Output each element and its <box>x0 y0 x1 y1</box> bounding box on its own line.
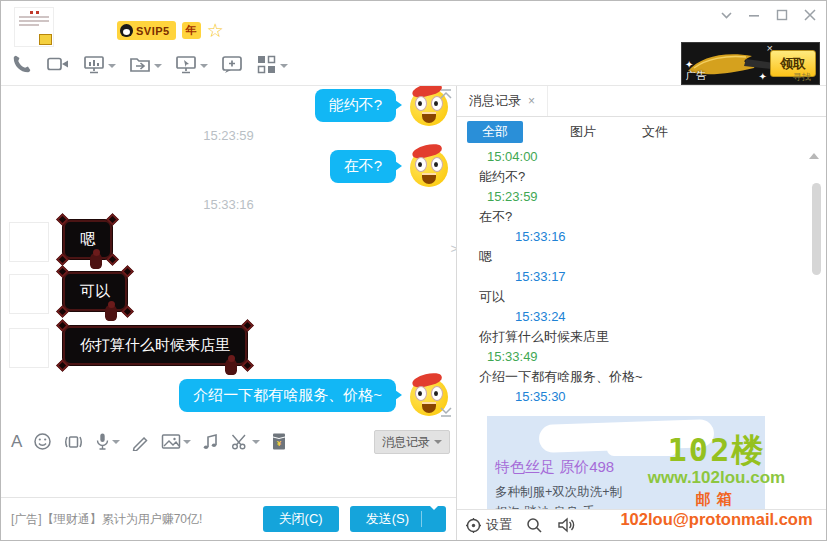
chat-bubble-incoming[interactable]: 你打算什么时候来店里 <box>63 326 247 365</box>
create-group-button[interactable] <box>221 54 243 79</box>
settings-button[interactable]: 设置 <box>465 516 512 534</box>
send-options-button[interactable] <box>422 510 446 528</box>
send-button[interactable]: 发送(S) <box>350 506 421 532</box>
scrollbar-up-arrow[interactable] <box>809 153 819 159</box>
call-toolbar <box>11 53 288 79</box>
title-bar: SVIP5 年 ☆ ✦ ✦ 广告 × 领取 寻找 <box>1 1 826 86</box>
voice-message-button[interactable] <box>95 432 120 451</box>
message-row-incoming: 可以 <box>1 272 456 314</box>
red-packet-button[interactable]: ¥ <box>271 432 287 451</box>
bubble-figure-decoration <box>90 253 102 269</box>
maximize-button[interactable] <box>776 9 788 21</box>
censored-region <box>607 442 677 456</box>
filter-tab-files[interactable]: 文件 <box>619 123 691 141</box>
filter-tab-all[interactable]: 全部 <box>467 121 523 143</box>
ad-banner[interactable]: ✦ ✦ 广告 × 领取 寻找 <box>681 42 820 85</box>
music-button[interactable] <box>202 433 219 451</box>
scroll-to-top-button[interactable] <box>439 88 453 100</box>
ad-tag-label: 广告 <box>686 69 706 83</box>
tab-message-history[interactable]: 消息记录 × <box>457 86 548 116</box>
filter-tab-images[interactable]: 图片 <box>547 123 619 141</box>
svip-badge[interactable]: SVIP5 <box>117 21 176 40</box>
chevron-down-icon[interactable] <box>108 64 116 68</box>
svg-text:¥: ¥ <box>277 439 282 448</box>
input-toolbar: A ¥ 消息记录 <box>1 427 456 456</box>
avatar-badge <box>39 34 52 45</box>
chevron-down-icon[interactable] <box>200 64 208 68</box>
gear-icon <box>465 517 482 534</box>
history-timestamp: 15:04:00 <box>457 147 826 167</box>
chat-bubble-outgoing[interactable]: 在不? <box>330 150 396 183</box>
star-badge-icon[interactable]: ☆ <box>207 21 224 40</box>
message-list[interactable]: 能约不? 15:23:59 在不? 15:33:16 嗯 <box>1 86 456 427</box>
history-image-attachment[interactable]: 特色丝足 原价498 多种制服+双次助洗+制 相泡·踏沙·泉身·手 <box>487 416 765 512</box>
window-shake-button[interactable] <box>63 433 84 451</box>
bubble-figure-decoration <box>225 359 237 375</box>
history-timestamp: 15:33:49 <box>457 347 826 367</box>
history-bottom-bar: 设置 <box>457 509 826 540</box>
avatar-decoration <box>17 11 51 14</box>
chevron-down-icon[interactable] <box>183 440 191 444</box>
self-avatar[interactable] <box>410 149 448 187</box>
image-text-title: 特色丝足 原价498 <box>495 458 614 477</box>
monitor-stats-icon <box>83 54 105 79</box>
vip-badges: SVIP5 年 ☆ <box>117 21 224 40</box>
scroll-to-bottom-button[interactable] <box>439 406 453 418</box>
timestamp: 15:33:16 <box>1 197 456 212</box>
scrollbar-thumb[interactable] <box>812 183 821 275</box>
contact-avatar[interactable] <box>14 7 54 47</box>
sound-toggle-button[interactable] <box>557 517 576 533</box>
chat-bubble-incoming[interactable]: 可以 <box>63 272 127 311</box>
qq-penguin-icon <box>120 24 133 37</box>
send-button-group: 发送(S) <box>350 506 446 532</box>
send-file-button[interactable] <box>129 54 162 79</box>
chevron-down-icon[interactable] <box>252 440 260 444</box>
contact-avatar[interactable] <box>9 274 49 314</box>
message-row-outgoing: 能约不? <box>1 88 456 126</box>
message-history-toggle-button[interactable]: 消息记录 <box>374 430 450 454</box>
chat-bubble-outgoing[interactable]: 能约不? <box>315 89 396 122</box>
grid-apps-icon <box>256 54 277 79</box>
apps-button[interactable] <box>256 54 288 79</box>
video-call-button[interactable] <box>46 54 70 78</box>
history-message: 在不? <box>457 207 826 227</box>
close-button[interactable] <box>804 9 816 21</box>
year-vip-badge[interactable]: 年 <box>182 22 201 39</box>
voice-show-button[interactable] <box>83 54 116 79</box>
chat-bubble-outgoing[interactable]: 介绍一下都有啥服务、价格~ <box>179 379 396 412</box>
message-history-panel: 消息记录 × 全部 图片 文件 15:04:00 能约不? 15:23:59 在… <box>456 86 826 540</box>
screenshot-button[interactable] <box>230 433 260 451</box>
voice-call-button[interactable] <box>11 53 33 79</box>
chevron-down-icon <box>434 440 442 444</box>
minimize-button[interactable] <box>748 9 760 21</box>
contact-avatar[interactable] <box>9 328 49 368</box>
tab-close-icon[interactable]: × <box>528 94 535 108</box>
history-message: 嗯 <box>457 247 826 267</box>
font-style-button[interactable]: A <box>11 433 22 451</box>
message-row-outgoing: 在不? <box>1 149 456 187</box>
message-input-field[interactable] <box>1 456 456 500</box>
history-timestamp: 15:33:16 <box>457 227 826 247</box>
chat-bubble-incoming[interactable]: 嗯 <box>63 220 112 259</box>
chat-area: 能约不? 15:23:59 在不? 15:33:16 嗯 <box>1 86 456 540</box>
skin-dropdown-icon[interactable] <box>721 11 732 19</box>
close-chat-button[interactable]: 关闭(C) <box>263 506 339 532</box>
history-list[interactable]: 15:04:00 能约不? 15:23:59 在不? 15:33:16 嗯 15… <box>457 147 826 416</box>
status-ad-text[interactable]: [广告]【理财通】累计为用户赚70亿! <box>11 511 202 528</box>
emoji-button[interactable] <box>33 432 52 451</box>
history-message: 你打算什么时候来店里 <box>457 327 826 347</box>
search-history-button[interactable] <box>526 517 543 534</box>
chevron-down-icon[interactable] <box>154 64 162 68</box>
image-text-line: 多种制服+双次助洗+制 <box>495 484 622 501</box>
handwriting-button[interactable] <box>131 433 150 451</box>
contact-avatar[interactable] <box>9 222 49 262</box>
chevron-down-icon[interactable] <box>112 440 120 444</box>
send-image-button[interactable] <box>161 433 191 451</box>
monitor-cursor-icon <box>175 54 197 79</box>
message-row-outgoing: 介绍一下都有啥服务、价格~ <box>1 378 456 416</box>
sparkle-icon: ✦ <box>759 71 767 82</box>
history-timestamp: 15:23:59 <box>457 187 826 207</box>
remote-desktop-button[interactable] <box>175 54 208 79</box>
chevron-down-icon[interactable] <box>280 64 288 68</box>
window-controls <box>721 9 816 21</box>
